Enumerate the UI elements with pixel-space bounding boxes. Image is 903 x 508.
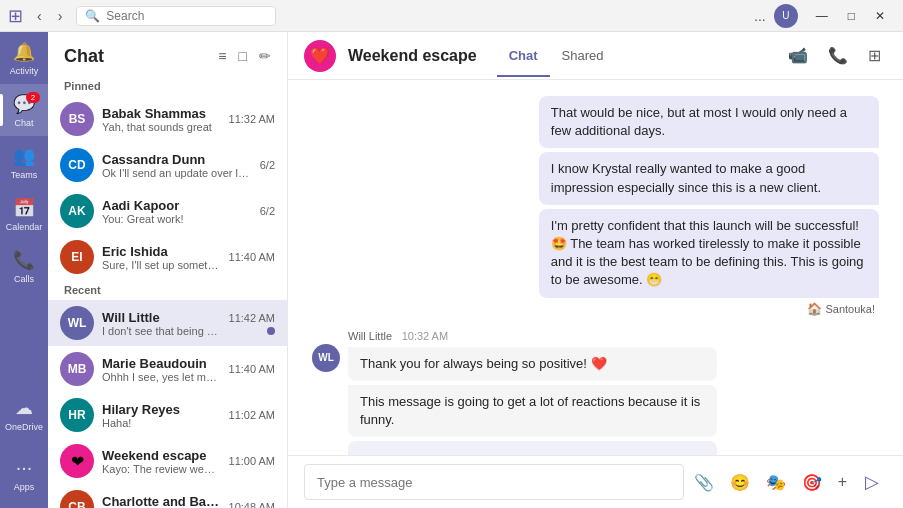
chat-info: Charlotte and Babak Charlotte: The clien… [102, 494, 221, 509]
chat-meta: 11:42 AM [229, 312, 275, 335]
sidebar-item-calendar[interactable]: 📅 Calendar [0, 188, 48, 240]
chat-name: Will Little [102, 310, 221, 325]
chat-list-panel: Chat ≡ □ ✏ Pinned BS Babak Shammas Yah, … [48, 32, 288, 508]
chat-info: Will Little I don't see that being an is… [102, 310, 221, 337]
message-bubble: That would be nice, but at most I would … [539, 96, 879, 148]
chat-info: Aadi Kapoor You: Great work! [102, 198, 252, 225]
audio-call-action-button[interactable]: 📞 [822, 42, 854, 69]
sticker-button[interactable]: 🎯 [796, 469, 828, 496]
list-item[interactable]: AK Aadi Kapoor You: Great work! 6/2 [48, 188, 287, 234]
gif-button[interactable]: 🎭 [760, 469, 792, 496]
chat-list-actions: ≡ □ ✏ [214, 44, 275, 68]
chat-label: Chat [14, 118, 33, 128]
search-bar[interactable]: 🔍 [76, 6, 276, 26]
chat-preview: Ohhh I see, yes let me fix that! [102, 371, 221, 383]
apps-label: Apps [14, 482, 35, 492]
onedrive-label: OneDrive [5, 422, 43, 432]
forward-button[interactable]: › [52, 6, 69, 26]
chat-name: Marie Beaudouin [102, 356, 221, 371]
compose-new-button[interactable]: ✏ [255, 44, 275, 68]
chat-name: Aadi Kapoor [102, 198, 252, 213]
filter-button[interactable]: ≡ [214, 44, 230, 68]
recent-section-label: Recent [48, 280, 287, 300]
avatar: HR [60, 398, 94, 432]
avatar: AK [60, 194, 94, 228]
sidebar-item-apps[interactable]: ··· Apps [0, 448, 48, 500]
send-button[interactable]: ▷ [857, 467, 887, 497]
list-item[interactable]: WL Will Little I don't see that being an… [48, 300, 287, 346]
incoming-content: Will Little 10:32 AM Thank you for alway… [348, 328, 717, 456]
avatar: BS [60, 102, 94, 136]
message-bubble: Thank you for always being so positive! … [348, 347, 717, 381]
chat-header: ❤️ Weekend escape Chat Shared 📹 📞 ⊞ [288, 32, 903, 80]
teams-label: Teams [11, 170, 38, 180]
group-avatar: ❤️ [304, 40, 336, 72]
title-bar: ⊞ ‹ › 🔍 ... U — □ ✕ [0, 0, 903, 32]
sidebar-item-teams[interactable]: 👥 Teams [0, 136, 48, 188]
emoji-button[interactable]: 😊 [724, 469, 756, 496]
chat-info: Eric Ishida Sure, I'll set up something … [102, 244, 221, 271]
avatar: ❤ [60, 444, 94, 478]
chat-preview: You: Great work! [102, 213, 252, 225]
list-item[interactable]: CB Charlotte and Babak Charlotte: The cl… [48, 484, 287, 508]
list-item[interactable]: CD Cassandra Dunn Ok I'll send an update… [48, 142, 287, 188]
close-button[interactable]: ✕ [865, 5, 895, 27]
more-action-button[interactable]: ⊞ [862, 42, 887, 69]
tab-chat[interactable]: Chat [497, 36, 550, 77]
chat-time: 6/2 [260, 205, 275, 217]
chat-time: 11:32 AM [229, 113, 275, 125]
tab-shared[interactable]: Shared [550, 36, 616, 77]
minimize-button[interactable]: — [806, 5, 838, 27]
list-item[interactable]: MB Marie Beaudouin Ohhh I see, yes let m… [48, 346, 287, 392]
search-input[interactable] [106, 9, 267, 23]
chat-meta: 6/2 [260, 205, 275, 217]
chat-meta: 11:02 AM [229, 409, 275, 421]
video-call-button[interactable]: □ [235, 44, 251, 68]
sidebar-item-calls[interactable]: 📞 Calls [0, 240, 48, 292]
chat-meta: 11:00 AM [229, 455, 275, 467]
chat-time: 6/2 [260, 159, 275, 171]
sender-time: 10:32 AM [402, 330, 448, 342]
list-item[interactable]: BS Babak Shammas Yah, that sounds great … [48, 96, 287, 142]
image-card: What do you think? [348, 441, 717, 455]
chat-time: 10:48 AM [229, 501, 275, 508]
message-bubble: I know Krystal really wanted to make a g… [539, 152, 879, 204]
compose-actions: 📎 😊 🎭 🎯 + ▷ [688, 467, 887, 497]
chat-preview: Yah, that sounds great [102, 121, 221, 133]
compose-input-row: 📎 😊 🎭 🎯 + ▷ [304, 464, 887, 500]
activity-label: Activity [10, 66, 39, 76]
more-compose-button[interactable]: + [832, 469, 853, 495]
group-name: Weekend escape [348, 47, 477, 65]
list-item[interactable]: EI Eric Ishida Sure, I'll set up somethi… [48, 234, 287, 280]
sidebar-item-activity[interactable]: 🔔 Activity [0, 32, 48, 84]
chat-preview: I don't see that being an issue, can tak… [102, 325, 221, 337]
chat-info: Hilary Reyes Haha! [102, 402, 221, 429]
attach-button[interactable]: 📎 [688, 469, 720, 496]
nav-buttons: ‹ › [31, 6, 68, 26]
back-button[interactable]: ‹ [31, 6, 48, 26]
chat-time: 11:40 AM [229, 251, 275, 263]
calls-icon: 📞 [13, 249, 35, 271]
calls-label: Calls [14, 274, 34, 284]
list-item[interactable]: HR Hilary Reyes Haha! 11:02 AM [48, 392, 287, 438]
activity-icon: 🔔 [13, 41, 35, 63]
sidebar-item-chat[interactable]: 2 💬 Chat [0, 84, 48, 136]
user-avatar[interactable]: U [774, 4, 798, 28]
calendar-label: Calendar [6, 222, 43, 232]
avatar: EI [60, 240, 94, 274]
title-bar-left: ⊞ ‹ › 🔍 [8, 5, 276, 27]
more-options-button[interactable]: ... [754, 8, 766, 24]
chat-main: ❤️ Weekend escape Chat Shared 📹 📞 ⊞ That… [288, 32, 903, 508]
list-item[interactable]: ❤ Weekend escape Kayo: The review went r… [48, 438, 287, 484]
chat-name: Eric Ishida [102, 244, 221, 259]
microsoft-teams-logo: ⊞ [8, 5, 23, 27]
compose-input[interactable] [304, 464, 684, 500]
maximize-button[interactable]: □ [838, 5, 865, 27]
unread-indicator [267, 327, 275, 335]
chat-header-tabs: Chat Shared [497, 36, 616, 76]
chat-name: Babak Shammas [102, 106, 221, 121]
chat-preview: Kayo: The review went really well! Can't… [102, 463, 221, 475]
chat-header-actions: 📹 📞 ⊞ [782, 42, 887, 69]
sidebar-item-onedrive[interactable]: ☁ OneDrive [0, 388, 48, 440]
video-call-action-button[interactable]: 📹 [782, 42, 814, 69]
